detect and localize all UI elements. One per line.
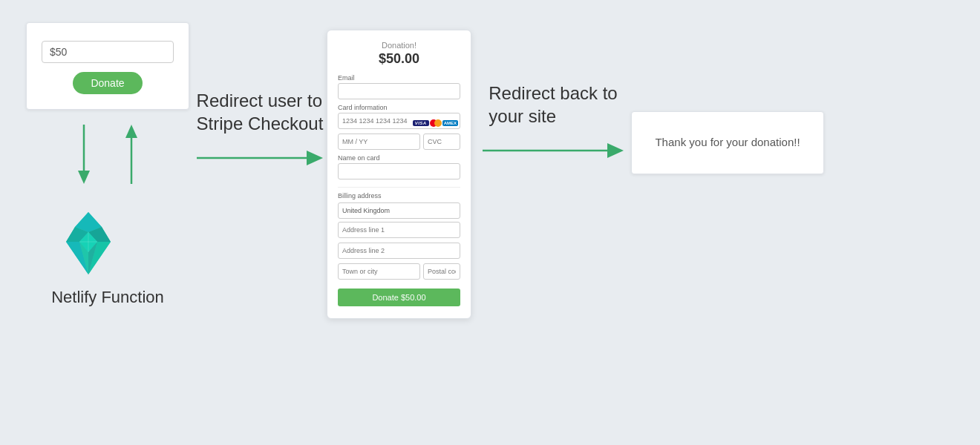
stripe-expiry-input[interactable] [338, 134, 420, 150]
right-arrow-to-stripe-icon [197, 147, 323, 169]
donate-button[interactable]: Donate [73, 72, 142, 94]
stripe-cvc-input[interactable] [423, 134, 460, 150]
visa-icon: VISA [413, 120, 429, 126]
widget-column: Donate [22, 22, 193, 307]
main-layout: Donate [0, 0, 980, 445]
name-label: Name on card [338, 154, 460, 162]
stripe-title: Donation! [338, 41, 460, 50]
stripe-checkout-column: Donation! $50.00 Email Card information … [327, 22, 475, 319]
svg-marker-1 [78, 171, 90, 184]
stripe-city-input[interactable] [338, 263, 420, 280]
thanks-card: Thank you for your donation!! [631, 111, 824, 174]
stripe-email-input[interactable] [338, 83, 460, 99]
billing-label: Billing address [338, 192, 460, 200]
up-arrow-icon [122, 125, 140, 184]
city-postal-row [338, 263, 460, 280]
netlify-logo-icon [51, 206, 125, 280]
stripe-divider [338, 187, 460, 188]
card-expiry-row [338, 134, 460, 150]
stripe-name-input[interactable] [338, 163, 460, 179]
amex-icon: AMEX [442, 120, 458, 126]
svg-marker-16 [307, 151, 323, 165]
stripe-address2-input[interactable] [338, 243, 460, 259]
down-arrow-icon [75, 125, 93, 184]
redirect-to-stripe-section: Redirect user to Stripe Checkout [193, 22, 327, 169]
redirect-to-stripe-label: Redirect user to Stripe Checkout [197, 89, 324, 135]
stripe-donate-button[interactable]: Donate $50.00 [338, 289, 460, 306]
stripe-postal-input[interactable] [423, 263, 460, 280]
stripe-address1-input[interactable] [338, 222, 460, 238]
netlify-label: Netlify Function [51, 288, 164, 307]
svg-marker-3 [125, 125, 137, 138]
right-arrow-back-icon [483, 139, 624, 162]
thanks-text: Thank you for your donation!! [647, 134, 808, 151]
mastercard-icon [430, 119, 442, 127]
redirect-back-label: Redirect back to your site [489, 82, 617, 128]
donation-amount-input[interactable] [42, 41, 174, 63]
card-number-wrapper: VISA AMEX [338, 113, 460, 134]
card-info-label: Card information [338, 104, 460, 111]
card-icons: VISA AMEX [413, 119, 458, 127]
redirect-back-section: Redirect back to your site [475, 22, 631, 162]
stripe-checkout-card: Donation! $50.00 Email Card information … [327, 30, 471, 319]
svg-marker-18 [607, 143, 624, 158]
donation-widget: Donate [26, 22, 189, 110]
vertical-arrows [75, 125, 140, 191]
email-field-label: Email [338, 74, 460, 82]
thanks-column: Thank you for your donation!! [631, 22, 958, 174]
stripe-amount: $50.00 [338, 51, 460, 67]
stripe-country-select[interactable]: United Kingdom [338, 202, 460, 219]
netlify-section: Netlify Function [51, 206, 164, 307]
